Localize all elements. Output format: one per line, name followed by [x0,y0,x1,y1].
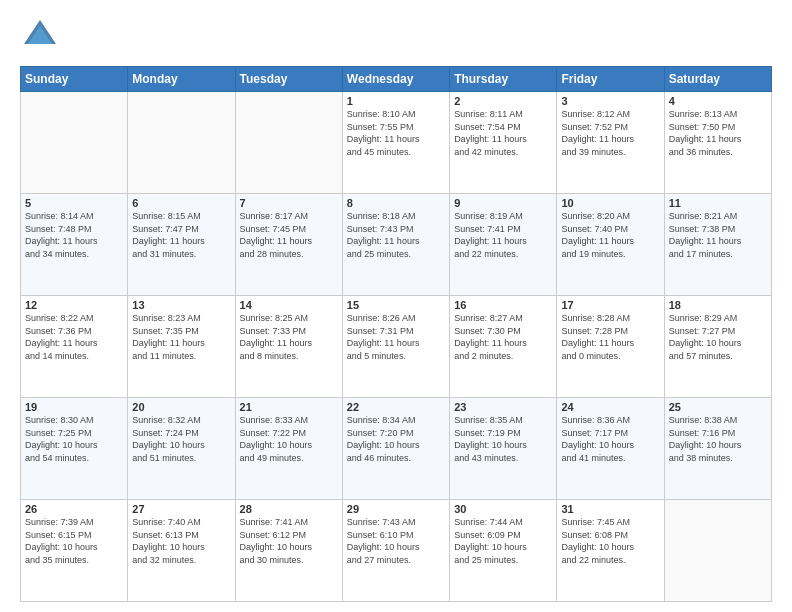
day-number: 12 [25,299,123,311]
day-number: 3 [561,95,659,107]
day-number: 18 [669,299,767,311]
calendar-cell: 10Sunrise: 8:20 AM Sunset: 7:40 PM Dayli… [557,194,664,296]
calendar-cell: 26Sunrise: 7:39 AM Sunset: 6:15 PM Dayli… [21,500,128,602]
day-number: 5 [25,197,123,209]
day-number: 27 [132,503,230,515]
day-info: Sunrise: 8:14 AM Sunset: 7:48 PM Dayligh… [25,210,123,260]
calendar-cell: 24Sunrise: 8:36 AM Sunset: 7:17 PM Dayli… [557,398,664,500]
day-number: 7 [240,197,338,209]
calendar-cell: 6Sunrise: 8:15 AM Sunset: 7:47 PM Daylig… [128,194,235,296]
calendar-cell: 12Sunrise: 8:22 AM Sunset: 7:36 PM Dayli… [21,296,128,398]
day-number: 13 [132,299,230,311]
calendar-day-header: Tuesday [235,67,342,92]
calendar-day-header: Friday [557,67,664,92]
calendar-cell: 9Sunrise: 8:19 AM Sunset: 7:41 PM Daylig… [450,194,557,296]
calendar-cell: 5Sunrise: 8:14 AM Sunset: 7:48 PM Daylig… [21,194,128,296]
day-info: Sunrise: 8:15 AM Sunset: 7:47 PM Dayligh… [132,210,230,260]
day-info: Sunrise: 8:35 AM Sunset: 7:19 PM Dayligh… [454,414,552,464]
calendar-day-header: Sunday [21,67,128,92]
calendar-cell: 30Sunrise: 7:44 AM Sunset: 6:09 PM Dayli… [450,500,557,602]
day-info: Sunrise: 8:38 AM Sunset: 7:16 PM Dayligh… [669,414,767,464]
calendar-cell [21,92,128,194]
day-info: Sunrise: 7:44 AM Sunset: 6:09 PM Dayligh… [454,516,552,566]
day-number: 8 [347,197,445,209]
day-number: 16 [454,299,552,311]
calendar-cell: 27Sunrise: 7:40 AM Sunset: 6:13 PM Dayli… [128,500,235,602]
calendar-cell: 4Sunrise: 8:13 AM Sunset: 7:50 PM Daylig… [664,92,771,194]
day-number: 22 [347,401,445,413]
day-info: Sunrise: 7:45 AM Sunset: 6:08 PM Dayligh… [561,516,659,566]
day-info: Sunrise: 8:28 AM Sunset: 7:28 PM Dayligh… [561,312,659,362]
day-number: 17 [561,299,659,311]
day-number: 26 [25,503,123,515]
day-number: 2 [454,95,552,107]
calendar-cell: 13Sunrise: 8:23 AM Sunset: 7:35 PM Dayli… [128,296,235,398]
calendar-cell [664,500,771,602]
day-info: Sunrise: 7:43 AM Sunset: 6:10 PM Dayligh… [347,516,445,566]
day-info: Sunrise: 8:34 AM Sunset: 7:20 PM Dayligh… [347,414,445,464]
day-info: Sunrise: 7:40 AM Sunset: 6:13 PM Dayligh… [132,516,230,566]
day-number: 15 [347,299,445,311]
calendar-week-row: 12Sunrise: 8:22 AM Sunset: 7:36 PM Dayli… [21,296,772,398]
day-number: 19 [25,401,123,413]
calendar-header-row: SundayMondayTuesdayWednesdayThursdayFrid… [21,67,772,92]
day-info: Sunrise: 8:32 AM Sunset: 7:24 PM Dayligh… [132,414,230,464]
calendar-cell [235,92,342,194]
calendar-cell: 22Sunrise: 8:34 AM Sunset: 7:20 PM Dayli… [342,398,449,500]
day-info: Sunrise: 7:39 AM Sunset: 6:15 PM Dayligh… [25,516,123,566]
day-number: 10 [561,197,659,209]
day-number: 20 [132,401,230,413]
calendar-cell: 16Sunrise: 8:27 AM Sunset: 7:30 PM Dayli… [450,296,557,398]
calendar-cell: 2Sunrise: 8:11 AM Sunset: 7:54 PM Daylig… [450,92,557,194]
calendar-cell: 25Sunrise: 8:38 AM Sunset: 7:16 PM Dayli… [664,398,771,500]
calendar-cell: 19Sunrise: 8:30 AM Sunset: 7:25 PM Dayli… [21,398,128,500]
header [20,16,772,56]
calendar-cell: 20Sunrise: 8:32 AM Sunset: 7:24 PM Dayli… [128,398,235,500]
day-info: Sunrise: 8:27 AM Sunset: 7:30 PM Dayligh… [454,312,552,362]
calendar-cell: 21Sunrise: 8:33 AM Sunset: 7:22 PM Dayli… [235,398,342,500]
calendar-day-header: Saturday [664,67,771,92]
page: SundayMondayTuesdayWednesdayThursdayFrid… [0,0,792,612]
day-number: 29 [347,503,445,515]
calendar-cell: 7Sunrise: 8:17 AM Sunset: 7:45 PM Daylig… [235,194,342,296]
day-info: Sunrise: 8:30 AM Sunset: 7:25 PM Dayligh… [25,414,123,464]
day-number: 28 [240,503,338,515]
calendar-week-row: 19Sunrise: 8:30 AM Sunset: 7:25 PM Dayli… [21,398,772,500]
logo [20,16,64,56]
day-info: Sunrise: 8:13 AM Sunset: 7:50 PM Dayligh… [669,108,767,158]
calendar-cell: 3Sunrise: 8:12 AM Sunset: 7:52 PM Daylig… [557,92,664,194]
calendar-cell: 8Sunrise: 8:18 AM Sunset: 7:43 PM Daylig… [342,194,449,296]
calendar-day-header: Monday [128,67,235,92]
calendar-cell: 31Sunrise: 7:45 AM Sunset: 6:08 PM Dayli… [557,500,664,602]
calendar-day-header: Thursday [450,67,557,92]
day-info: Sunrise: 8:18 AM Sunset: 7:43 PM Dayligh… [347,210,445,260]
day-number: 30 [454,503,552,515]
day-info: Sunrise: 8:33 AM Sunset: 7:22 PM Dayligh… [240,414,338,464]
day-number: 9 [454,197,552,209]
calendar-cell: 1Sunrise: 8:10 AM Sunset: 7:55 PM Daylig… [342,92,449,194]
day-info: Sunrise: 8:12 AM Sunset: 7:52 PM Dayligh… [561,108,659,158]
day-number: 21 [240,401,338,413]
calendar-week-row: 26Sunrise: 7:39 AM Sunset: 6:15 PM Dayli… [21,500,772,602]
day-info: Sunrise: 8:21 AM Sunset: 7:38 PM Dayligh… [669,210,767,260]
day-info: Sunrise: 7:41 AM Sunset: 6:12 PM Dayligh… [240,516,338,566]
day-info: Sunrise: 8:17 AM Sunset: 7:45 PM Dayligh… [240,210,338,260]
day-number: 25 [669,401,767,413]
calendar-cell: 28Sunrise: 7:41 AM Sunset: 6:12 PM Dayli… [235,500,342,602]
day-info: Sunrise: 8:20 AM Sunset: 7:40 PM Dayligh… [561,210,659,260]
day-info: Sunrise: 8:23 AM Sunset: 7:35 PM Dayligh… [132,312,230,362]
calendar-week-row: 1Sunrise: 8:10 AM Sunset: 7:55 PM Daylig… [21,92,772,194]
calendar-cell: 18Sunrise: 8:29 AM Sunset: 7:27 PM Dayli… [664,296,771,398]
calendar-cell: 17Sunrise: 8:28 AM Sunset: 7:28 PM Dayli… [557,296,664,398]
day-number: 11 [669,197,767,209]
day-number: 23 [454,401,552,413]
day-info: Sunrise: 8:29 AM Sunset: 7:27 PM Dayligh… [669,312,767,362]
calendar-cell: 14Sunrise: 8:25 AM Sunset: 7:33 PM Dayli… [235,296,342,398]
day-info: Sunrise: 8:10 AM Sunset: 7:55 PM Dayligh… [347,108,445,158]
day-info: Sunrise: 8:26 AM Sunset: 7:31 PM Dayligh… [347,312,445,362]
calendar-day-header: Wednesday [342,67,449,92]
day-number: 31 [561,503,659,515]
day-number: 1 [347,95,445,107]
day-number: 14 [240,299,338,311]
day-number: 24 [561,401,659,413]
